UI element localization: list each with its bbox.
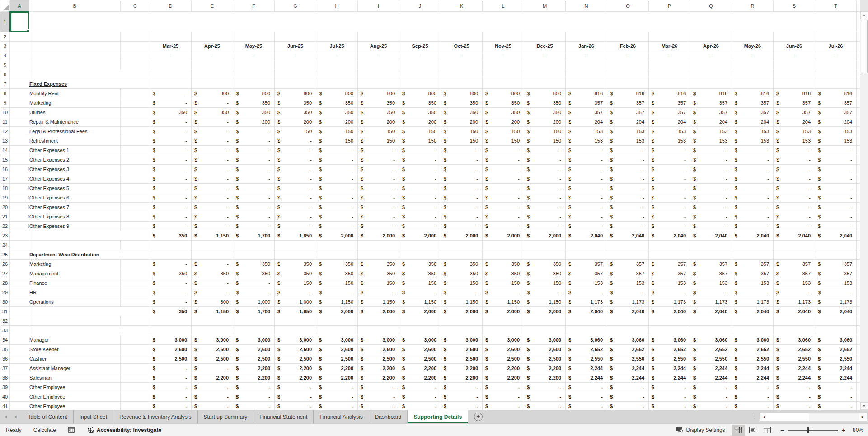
empty-cell[interactable] [121, 174, 150, 184]
data-cell[interactable]: $150 [524, 278, 566, 288]
data-cell[interactable]: $2,500 [316, 354, 358, 364]
data-cell[interactable]: $2,600 [524, 345, 566, 354]
data-cell[interactable]: $2,244 [815, 373, 857, 383]
data-cell[interactable]: $2,200 [358, 373, 399, 383]
data-cell[interactable]: $357 [690, 260, 732, 269]
data-cell[interactable]: $- [524, 203, 566, 212]
row-header-38[interactable]: 38 [0, 373, 10, 383]
data-cell[interactable]: $- [150, 184, 192, 193]
sheet-tab-revenue-inventory-analysis[interactable]: Revenue & Inventory Analysis [113, 410, 197, 423]
empty-cell[interactable] [150, 316, 192, 326]
data-cell[interactable]: $2,550 [566, 354, 607, 364]
empty-cell[interactable] [192, 316, 233, 326]
data-cell[interactable]: $- [399, 392, 441, 402]
data-cell[interactable]: $- [358, 184, 399, 193]
data-cell[interactable]: $- [150, 127, 192, 136]
data-cell[interactable]: $1,173 [607, 297, 649, 307]
empty-cell[interactable] [690, 326, 732, 335]
data-cell[interactable]: $- [358, 402, 399, 410]
data-cell[interactable]: $- [649, 203, 690, 212]
row-header-35[interactable]: 35 [0, 345, 10, 354]
data-cell[interactable]: $350 [483, 108, 524, 117]
empty-cell[interactable] [150, 326, 192, 335]
empty-cell[interactable] [607, 326, 649, 335]
data-cell[interactable]: $2,600 [483, 345, 524, 354]
row-index-cell[interactable]: 3 [10, 98, 29, 108]
data-cell[interactable]: $- [607, 174, 649, 184]
month-header-cell[interactable]: Mar-25 [150, 42, 192, 51]
data-cell[interactable]: $- [233, 212, 275, 222]
column-header-T[interactable]: T [815, 0, 857, 12]
data-cell[interactable]: $2,200 [233, 364, 275, 373]
data-cell[interactable]: $- [275, 222, 316, 231]
empty-cell[interactable] [29, 32, 121, 42]
row-header-9[interactable]: 9 [0, 98, 10, 108]
empty-cell[interactable] [399, 60, 441, 70]
data-cell[interactable]: $- [441, 392, 483, 402]
data-cell[interactable]: $204 [690, 117, 732, 127]
column-header-O[interactable]: O [607, 0, 649, 12]
data-cell[interactable]: $- [566, 184, 607, 193]
data-cell[interactable]: $357 [649, 269, 690, 278]
data-cell[interactable]: $2,500 [150, 354, 192, 364]
data-cell[interactable]: $350 [524, 269, 566, 278]
data-cell[interactable]: $- [607, 146, 649, 155]
empty-cell[interactable] [774, 32, 815, 42]
empty-cell[interactable] [10, 231, 29, 241]
empty-cell[interactable] [121, 193, 150, 203]
row-index-cell[interactable] [10, 335, 29, 345]
data-cell[interactable]: $- [649, 383, 690, 392]
data-cell[interactable]: $- [566, 146, 607, 155]
data-cell[interactable]: $1,150 [316, 297, 358, 307]
data-cell[interactable]: $- [358, 155, 399, 165]
row-label[interactable]: Legal & Professional Fees [29, 127, 121, 136]
data-cell[interactable]: $1,150 [399, 297, 441, 307]
data-cell[interactable]: $2,000 [483, 307, 524, 316]
data-cell[interactable]: $150 [316, 278, 358, 288]
data-cell[interactable]: $2,000 [441, 307, 483, 316]
data-cell[interactable]: $350 [399, 108, 441, 117]
data-cell[interactable]: $2,244 [774, 373, 815, 383]
data-cell[interactable]: $- [192, 260, 233, 269]
data-cell[interactable]: $- [774, 222, 815, 231]
data-cell[interactable]: $- [524, 193, 566, 203]
period-number-cell[interactable]: 10 [524, 51, 566, 60]
empty-cell[interactable] [607, 32, 649, 42]
data-cell[interactable]: $- [815, 402, 857, 410]
period-number-cell[interactable]: 1 [150, 51, 192, 60]
period-number-cell[interactable]: 11 [566, 51, 607, 60]
row-label[interactable]: Other Expenses 9 [29, 222, 121, 231]
data-cell[interactable]: $- [524, 155, 566, 165]
data-cell[interactable]: $2,500 [483, 354, 524, 364]
empty-cell[interactable] [150, 79, 192, 89]
row-header-5[interactable]: 5 [0, 60, 10, 70]
empty-cell[interactable] [233, 326, 275, 335]
data-cell[interactable]: $204 [815, 117, 857, 127]
data-cell[interactable]: $- [649, 146, 690, 155]
data-cell[interactable]: $350 [150, 108, 192, 117]
scroll-down-icon[interactable]: ▼ [860, 402, 868, 410]
data-cell[interactable]: $- [192, 98, 233, 108]
sheet-nav-left-icon[interactable]: ◀ [0, 415, 11, 419]
data-cell[interactable]: $350 [483, 260, 524, 269]
empty-cell[interactable] [275, 32, 316, 42]
data-cell[interactable]: $- [316, 193, 358, 203]
row-label[interactable]: Other Expenses 5 [29, 184, 121, 193]
data-cell[interactable]: $2,500 [233, 354, 275, 364]
data-cell[interactable]: $- [566, 165, 607, 174]
column-header-P[interactable]: P [649, 0, 690, 12]
row-index-cell[interactable] [10, 288, 29, 297]
empty-cell[interactable] [483, 79, 524, 89]
period-number-cell[interactable]: 7 [399, 51, 441, 60]
row-label[interactable]: Operations [29, 297, 121, 307]
data-cell[interactable]: $350 [275, 260, 316, 269]
data-cell[interactable]: $- [192, 203, 233, 212]
empty-cell[interactable] [524, 79, 566, 89]
data-cell[interactable]: $- [233, 383, 275, 392]
data-cell[interactable]: $- [649, 288, 690, 297]
row-index-cell[interactable]: 15 [10, 212, 29, 222]
column-header-H[interactable]: H [316, 0, 358, 12]
data-cell[interactable]: $- [192, 155, 233, 165]
row-label[interactable]: Other Expenses 7 [29, 203, 121, 212]
data-cell[interactable]: $- [483, 288, 524, 297]
